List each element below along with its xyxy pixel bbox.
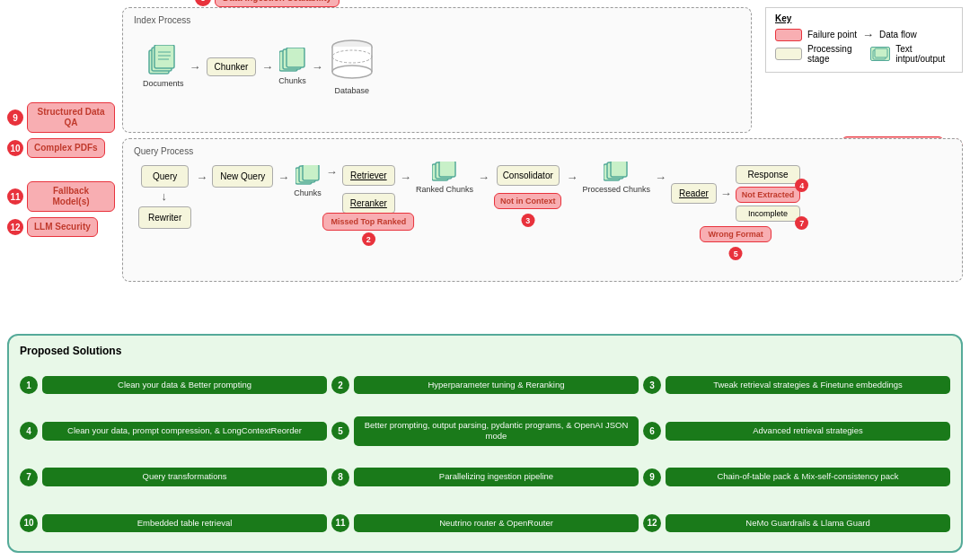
badge-3: 3 — [521, 214, 534, 227]
database-label: Database — [335, 86, 370, 95]
sol-badge-5: 5 — [331, 422, 349, 440]
left-label-9: 9 Structured Data QA — [7, 102, 115, 133]
data-ingestion-box: Data Ingestion Scalability — [215, 0, 340, 7]
solution-item-2: 2 Hyperparameter tuning & Reranking — [331, 364, 639, 406]
arrow-consolidator-processed: → — [566, 171, 578, 184]
arrow-chunks-db: → — [312, 60, 323, 74]
sol-badge-10: 10 — [20, 514, 38, 532]
badge-9: 9 — [7, 109, 23, 126]
index-flow: Documents → Chunker → — [134, 38, 740, 95]
badge-12: 12 — [7, 219, 23, 235]
svg-point-13 — [332, 66, 372, 78]
badge-4: 4 — [795, 179, 808, 192]
reranker-box: Reranker — [342, 193, 395, 214]
rewriter-item: Rewriter — [138, 206, 191, 229]
documents-item: Documents — [143, 45, 184, 88]
sol-badge-6: 6 — [643, 422, 661, 440]
key-box: Key Failure point → Data flow Processing… — [765, 7, 963, 73]
svg-rect-1 — [875, 48, 887, 57]
key-row-processing: Processing stage Text intput/output — [775, 44, 953, 64]
sol-badge-11: 11 — [331, 514, 349, 532]
new-query-item: New Query — [212, 165, 273, 188]
proposed-solutions-title: Proposed Solutions — [20, 345, 950, 357]
sol-badge-8: 8 — [331, 468, 349, 486]
sol-text-8: Parallelizing ingestion pipeline — [354, 468, 639, 486]
arrow-chunks-reranker: → — [326, 165, 338, 179]
arrow-processed-reader: → — [655, 171, 666, 184]
key-failure-label: Failure point — [807, 30, 857, 39]
index-process-label: Index Process — [134, 15, 740, 25]
missed-top-ranked-box: Missed Top Ranked — [322, 213, 414, 231]
svg-rect-22 — [439, 162, 455, 177]
solution-item-11: 11 Neutrino router & OpenRouter — [331, 503, 639, 544]
query-process-box: Query Process Query → Rewriter — [122, 138, 963, 282]
badge-11: 11 — [7, 188, 23, 205]
wrong-format-box: Wrong Format — [700, 226, 771, 242]
badge-10: 10 — [7, 140, 23, 156]
sol-text-2: Hyperparameter tuning & Reranking — [354, 376, 639, 394]
arrow-query-rewriter: → — [158, 191, 172, 203]
sol-text-6: Advanced retrieval strategies — [666, 422, 950, 440]
sol-badge-3: 3 — [643, 376, 661, 394]
sol-text-9: Chain-of-table pack & Mix-self-consisten… — [666, 468, 950, 486]
left-labels: 9 Structured Data QA 10 Complex PDFs 11 … — [7, 7, 115, 330]
key-failure-icon — [775, 29, 802, 41]
arrow-newquery-retriever: → — [278, 171, 289, 184]
solution-item-8: 8 Parallelizing ingestion pipeline — [331, 457, 639, 498]
sol-text-7: Query transformations — [42, 468, 327, 486]
new-query-box: New Query — [212, 165, 273, 188]
incomplete-box: Incomplete — [736, 206, 801, 222]
query-item: Query — [141, 165, 189, 188]
solution-item-7: 7 Query transformations — [20, 457, 327, 498]
index-process-box: Index Process 8 Data Ingestion Scalabili… — [122, 7, 752, 133]
key-text-icon — [870, 47, 890, 61]
svg-rect-4 — [154, 45, 174, 68]
main-container: 9 Structured Data QA 10 Complex PDFs 11 … — [0, 0, 970, 560]
solution-item-5: 5 Better prompting, output parsing, pyda… — [331, 410, 639, 451]
solution-item-3: 3 Tweak retrieval strategies & Finetune … — [643, 364, 950, 406]
label-11: Fallback Model(s) — [27, 181, 115, 212]
sol-badge-1: 1 — [20, 376, 38, 394]
chunker-item: Chunker — [207, 57, 257, 76]
badge-7: 7 — [795, 216, 808, 230]
solutions-grid: 1 Clean your data & Better prompting 2 H… — [20, 364, 950, 544]
query-process-label: Query Process — [134, 146, 951, 156]
arrow-chunker-chunks: → — [261, 60, 273, 74]
arrow-doc-chunker: → — [190, 60, 201, 74]
sol-badge-2: 2 — [331, 376, 349, 394]
query-process-wrapper: Incorrect Specificity 6 Query Process Qu… — [122, 138, 963, 330]
sol-text-5: Better prompting, output parsing, pydant… — [354, 416, 639, 446]
sol-badge-9: 9 — [643, 468, 661, 486]
left-label-12: 12 LLM Security — [7, 217, 115, 237]
chunker-box: Chunker — [207, 57, 257, 76]
ranked-chunks-label: Ranked Chunks — [416, 185, 473, 194]
diagram-area: Key Failure point → Data flow Processing… — [122, 7, 963, 330]
key-data-flow-label: Data flow — [879, 30, 917, 39]
sol-text-4: Clean your data, prompt compression, & L… — [42, 422, 327, 440]
solution-item-1: 1 Clean your data & Better prompting — [20, 364, 327, 406]
solution-item-4: 4 Clean your data, prompt compression, &… — [20, 410, 327, 451]
arrow-reader-response: → — [720, 187, 732, 200]
sol-badge-4: 4 — [20, 422, 38, 440]
not-in-context-box: Not in Context — [494, 193, 562, 209]
label-10: Complex PDFs — [27, 138, 105, 158]
chunks-item: Chunks — [278, 48, 306, 85]
documents-label: Documents — [143, 79, 184, 88]
badge-5: 5 — [729, 247, 743, 260]
key-text-io-label: Text intput/output — [895, 44, 953, 64]
key-arrow: → — [862, 28, 874, 41]
processed-chunks-label: Processed Chunks — [582, 185, 650, 194]
chunks-query-label: Chunks — [294, 188, 322, 197]
arrow-ranked-consolidator: → — [478, 171, 489, 184]
sol-text-11: Neutrino router & OpenRouter — [354, 514, 639, 532]
query-box: Query — [141, 165, 189, 188]
badge-2: 2 — [362, 232, 375, 246]
arrow-query-newquery: → — [196, 171, 207, 184]
key-processing-label: Processing stage — [807, 44, 865, 64]
response-box: Response — [736, 165, 801, 184]
proposed-solutions-section: Proposed Solutions 1 Clean your data & B… — [7, 334, 963, 553]
badge-8: 8 — [195, 0, 211, 6]
reader-box: Reader — [671, 183, 717, 204]
solution-item-10: 10 Embedded table retrieval — [20, 503, 327, 544]
svg-rect-10 — [287, 48, 304, 67]
